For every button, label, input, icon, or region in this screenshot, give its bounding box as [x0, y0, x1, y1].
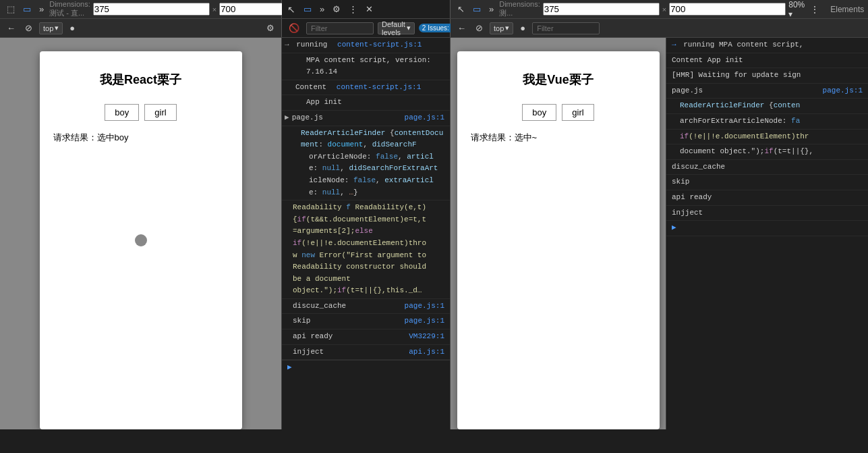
rc-link-pagejs[interactable]: page.js:1	[823, 85, 863, 97]
settings-icon[interactable]: ⚙	[330, 3, 343, 16]
eye-icon-right[interactable]: ●	[517, 22, 528, 34]
link-pagejs-2[interactable]: page.js:1	[405, 300, 444, 313]
right-toolbar: ↖ ▭ » Dimensions: 测... × 80% ▾ ⋮ Element…	[451, 0, 868, 18]
right-device-icon[interactable]: ▭	[470, 3, 484, 16]
more-options-icon[interactable]: ⋮	[346, 3, 360, 16]
rc-reader: ReaderArticleFinder {conten	[666, 99, 868, 114]
middle-toolbar: ↖ ▭ » ⚙ ⋮ ✕	[282, 0, 451, 18]
device-mode-icon[interactable]: ▭	[301, 3, 314, 16]
rc-injject[interactable]: injject	[666, 206, 868, 221]
console-log-mpa: MPA content script, version: 7.16.14	[282, 53, 450, 80]
inspect-element-icon[interactable]: ↖	[285, 3, 298, 16]
back-nav-icon[interactable]: ←	[4, 22, 18, 34]
no-entry-icon[interactable]: ⊘	[22, 22, 35, 34]
right-zoom-dropdown[interactable]: 80% ▾	[788, 0, 805, 19]
rc-content-app: Content App init	[666, 53, 868, 69]
device-toggle-icon[interactable]: ▭	[20, 3, 34, 16]
top-label-right: top	[494, 24, 504, 32]
top-label-left: top	[43, 24, 53, 32]
console-log-running: → running content-script.js:1	[282, 38, 450, 53]
rc-reader2: archForExtraArticleNode: fa	[666, 114, 868, 130]
tab-elements[interactable]: Elements	[825, 0, 868, 19]
expand-arrow-2[interactable]: ▶	[285, 113, 289, 122]
console-log-injject: injject api.js:1	[282, 345, 450, 361]
right-zoom-value: 80%	[788, 0, 805, 9]
rc-caret[interactable]: ▶	[666, 221, 868, 236]
second-toolbars: ← ⊘ top ▾ ● ⚙ 🚫 Default levels ▾ 2 Issue…	[0, 19, 868, 38]
link-apijs[interactable]: api.js:1	[409, 346, 444, 358]
more-panels-icon[interactable]: »	[36, 3, 47, 16]
rc-arrow-1: →	[672, 41, 676, 49]
rc-reader4: document object.");if(t=t||{},	[666, 144, 868, 160]
middle-second-toolbar: 🚫 Default levels ▾ 2 Issues: 2	[282, 19, 451, 37]
top-dropdown-right[interactable]: top ▾	[490, 22, 513, 34]
more-tools-icon[interactable]: »	[317, 3, 327, 16]
console-filter-input[interactable]	[306, 22, 374, 34]
rc-api-ready[interactable]: api ready	[666, 190, 868, 206]
console-pane: → running content-script.js:1 MPA conten…	[282, 38, 451, 429]
right-more-icon[interactable]: »	[486, 3, 496, 16]
top-dropdown-left[interactable]: top ▾	[39, 22, 63, 34]
react-device-frame: 我是React栗子 boy girl 请求结果：选中boy	[40, 51, 242, 429]
console-caret: ▶	[287, 363, 292, 371]
console-log-reader-finder: ReaderArticleFinder {contentDocument: do…	[282, 126, 450, 201]
react-btn-row: boy girl	[105, 104, 176, 121]
vue-btn-row: boy girl	[522, 104, 594, 121]
react-boy-button[interactable]: boy	[105, 104, 139, 121]
right-second-toolbar: ← ⊘ top ▾ ●	[451, 19, 868, 37]
vue-boy-button[interactable]: boy	[522, 104, 556, 121]
vue-device-frame: 我是Vue栗子 boy girl 请求结果：选中~	[457, 51, 660, 429]
loading-spinner	[135, 234, 147, 246]
right-dimensions-label: Dimensions: 测...	[499, 0, 540, 18]
top-chevron-left: ▾	[55, 24, 59, 32]
console-log-skip: skip page.js:1	[282, 314, 450, 329]
react-preview-pane: 我是React栗子 boy girl 请求结果：选中boy	[0, 38, 282, 429]
link-pagejs-1[interactable]: page.js:1	[405, 112, 444, 124]
right-width-input[interactable]	[543, 3, 660, 16]
close-devtools-icon[interactable]: ✕	[363, 3, 376, 16]
right-console-pane: → running MPA content script, Content Ap…	[666, 38, 868, 429]
right-x-sep: ×	[662, 5, 666, 14]
right-pane: 我是Vue栗子 boy girl 请求结果：选中~ → running MPA …	[451, 38, 868, 429]
link-pagejs-3[interactable]: page.js:1	[405, 315, 444, 327]
eye-icon-left[interactable]: ●	[67, 22, 78, 34]
console-messages-area: → running content-script.js:1 MPA conten…	[282, 38, 450, 429]
dimension-x-sep: ×	[212, 5, 216, 14]
vue-result-text: 请求结果：选中~	[471, 132, 538, 144]
link-vm3229[interactable]: VM3229:1	[409, 331, 444, 343]
default-levels-label: Default levels	[382, 20, 405, 36]
rc-discuz[interactable]: discuz_cache	[666, 160, 868, 176]
console-log-content: Content content-script.js:1	[282, 80, 450, 96]
top-toolbars: ⬚ ▭ » Dimensions: 测试 - 直... × 80% ▾ ⋮ ↖ …	[0, 0, 868, 19]
right-zoom-chevron: ▾	[788, 9, 792, 19]
console-log-pagejs: ▶page.js page.js:1	[282, 111, 450, 126]
right-back-icon[interactable]: ←	[455, 22, 469, 34]
expand-arrow-1[interactable]: →	[285, 41, 289, 49]
right-no-entry-icon[interactable]: ⊘	[473, 22, 486, 34]
rc-skip[interactable]: skip	[666, 175, 868, 190]
console-log-api-ready: api ready VM3229:1	[282, 329, 450, 345]
console-log-readability: Readability f Readability(e,t) {if(t&&t.…	[282, 201, 450, 299]
right-console-area: → running MPA content script, Content Ap…	[666, 38, 868, 429]
console-prompt[interactable]: ▶	[282, 360, 450, 373]
left-second-toolbar: ← ⊘ top ▾ ● ⚙	[0, 19, 282, 37]
console-clear-icon[interactable]: 🚫	[286, 22, 302, 34]
inspect-icon[interactable]: ⬚	[4, 3, 18, 16]
right-height-input[interactable]	[669, 3, 786, 16]
link-content-script-1[interactable]: content-script.js:1	[337, 41, 422, 49]
link-content-script-2[interactable]: content-script.js:1	[337, 83, 421, 91]
right-inspect-icon[interactable]: ↖	[455, 3, 467, 16]
vue-girl-button[interactable]: girl	[562, 104, 594, 121]
gear-settings-icon[interactable]: ⚙	[264, 22, 277, 34]
react-app-title: 我是React栗子	[100, 72, 181, 88]
console-log-appinit: App init	[282, 95, 450, 111]
react-girl-button[interactable]: girl	[144, 104, 176, 121]
right-kebab-menu[interactable]: ⋮	[807, 4, 822, 15]
left-toolbar: ⬚ ▭ » Dimensions: 测试 - 直... × 80% ▾ ⋮	[0, 0, 282, 18]
react-result-text: 请求结果：选中boy	[53, 132, 129, 144]
top-chevron-right: ▾	[505, 24, 509, 32]
right-filter-input[interactable]	[532, 22, 600, 34]
default-levels-dropdown[interactable]: Default levels ▾	[378, 22, 415, 34]
width-input[interactable]	[93, 3, 210, 16]
rc-reader3: if(!e||!e.documentElement)thr	[666, 130, 868, 145]
